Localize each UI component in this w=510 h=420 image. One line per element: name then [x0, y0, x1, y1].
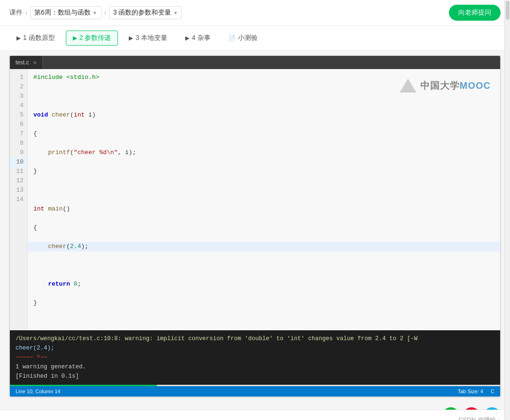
play-icon-tab4: ▶: [185, 35, 189, 41]
tab-1-function-prototype[interactable]: ▶ 1 函数原型: [9, 31, 62, 46]
code-line-10: cheer(2.4);: [28, 242, 500, 251]
terminal-line-1: /Users/wengkai/cc/test.c:10:8: warning: …: [16, 334, 494, 343]
language-indicator: C: [491, 389, 494, 394]
mooc-logo-icon: [400, 78, 416, 93]
status-bar-right: Tab Size: 4 C: [458, 389, 494, 394]
editor-file-tab[interactable]: test.c ✕: [10, 56, 43, 69]
editor-tab-bar: test.c ✕: [10, 56, 500, 69]
breadcrumb-root: 课件: [9, 8, 23, 17]
status-bar: Line 10, Column 14 Tab Size: 4 C: [10, 386, 500, 397]
play-icon-tab2: ▶: [73, 35, 77, 41]
code-line-5: printf("cheer %d\n", i);: [33, 148, 494, 157]
code-line-3: void cheer(int i): [33, 110, 494, 120]
code-line-8: int main(): [33, 204, 494, 214]
tab-4-misc[interactable]: ▶ 4 杂事: [178, 31, 218, 46]
main-content: test.c ✕ 1 2 3 4 5 6 7 8 9 10 11 12 13 1…: [0, 51, 510, 402]
editor-container: test.c ✕ 1 2 3 4 5 6 7 8 9 10 11 12 13 1…: [9, 55, 501, 397]
tab-3-local-variables[interactable]: ▶ 3 本地变量: [122, 31, 174, 46]
terminal-line-3: ~~~~~ ^~~: [16, 353, 494, 362]
footer-text: CSDN @嗯哈 ↓: [458, 416, 501, 420]
breadcrumb-week-dropdown[interactable]: 第6周：数组与函数 ▼: [30, 6, 102, 19]
code-line-7: [33, 186, 494, 195]
code-line-13: }: [33, 298, 494, 308]
code-line-9: {: [33, 223, 494, 233]
breadcrumb-lesson-dropdown[interactable]: 3 函数的参数和变量 ▼: [109, 6, 182, 19]
terminal-output: /Users/wengkai/cc/test.c:10:8: warning: …: [10, 330, 500, 385]
breadcrumb-sep-1: ›: [25, 9, 27, 16]
close-icon[interactable]: ✕: [33, 60, 37, 65]
terminal-line-2: cheer(2.4);: [16, 343, 494, 353]
code-area[interactable]: 1 2 3 4 5 6 7 8 9 10 11 12 13 14 #includ…: [10, 69, 500, 330]
chevron-down-icon-2: ▼: [173, 10, 178, 16]
page-footer: CSDN @嗯哈 ↓: [0, 410, 510, 420]
terminal-line-4: 1 warning generated.: [16, 362, 494, 372]
terminal-line-5: [Finished in 0.1s]: [16, 372, 494, 381]
tab-size-indicator: Tab Size: 4: [458, 389, 483, 394]
tab-5-quiz[interactable]: 📄 小测验: [221, 31, 265, 46]
code-editor[interactable]: #include <stdio.h> void cheer(int i) { p…: [28, 69, 500, 330]
mooc-watermark: 中国大学MOOC: [400, 78, 491, 93]
breadcrumb: 课件 › 第6周：数组与函数 ▼ › 3 函数的参数和变量 ▼: [9, 6, 182, 19]
play-icon-tab1: ▶: [16, 35, 21, 41]
line-numbers: 1 2 3 4 5 6 7 8 9 10 11 12 13 14: [10, 69, 28, 330]
doc-icon-tab5: 📄: [228, 35, 235, 41]
code-line-12: return 0;: [33, 280, 494, 289]
breadcrumb-sep-2: ›: [104, 9, 106, 16]
tab-2-parameter-passing[interactable]: ▶ 2 参数传递: [66, 31, 118, 46]
top-nav: 课件 › 第6周：数组与函数 ▼ › 3 函数的参数和变量 ▼ 向老师提问: [0, 0, 510, 26]
tab-bar: ▶ 1 函数原型 ▶ 2 参数传递 ▶ 3 本地变量 ▶ 4 杂事 📄 小测验: [0, 26, 510, 51]
code-line-6: }: [33, 167, 494, 176]
chevron-down-icon: ▼: [93, 10, 97, 16]
ask-teacher-button[interactable]: 向老师提问: [449, 5, 501, 21]
mooc-logo-text: 中国大学MOOC: [420, 79, 491, 92]
code-line-11: [33, 261, 494, 270]
play-icon-tab3: ▶: [129, 35, 133, 41]
status-bar-left: Line 10, Column 14: [16, 389, 60, 394]
scrollbar-thumb[interactable]: [506, 1, 510, 20]
right-scrollbar[interactable]: [504, 0, 510, 420]
code-line-2: [33, 92, 494, 101]
code-line-14: [33, 317, 494, 327]
code-line-4: {: [33, 129, 494, 139]
cursor-position: Line 10, Column 14: [16, 389, 60, 394]
